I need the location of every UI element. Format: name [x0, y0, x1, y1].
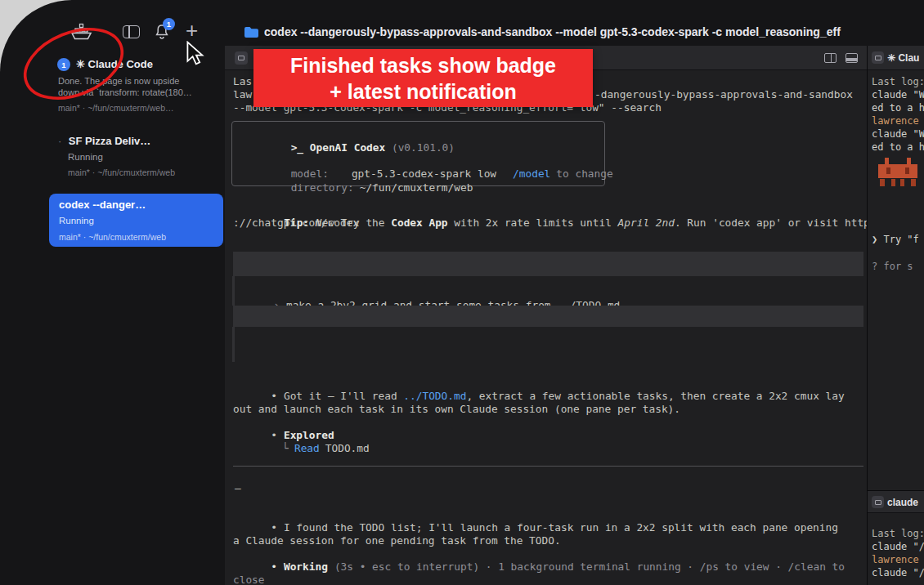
mouse-cursor [186, 41, 205, 65]
session-status-dot: · [58, 135, 61, 147]
pane-top-tab[interactable]: ✳ Clau [868, 46, 924, 70]
pane-log-line: Last log: [872, 75, 924, 88]
terminal-log-fragment: -dangerously-bypass-approvals-and-sandbo… [594, 88, 853, 101]
claude-crab-icon [875, 158, 921, 190]
bullet: • [271, 560, 277, 573]
sidebar-session-codex-selected[interactable]: codex --danger… Running main* · ~/fun/cm… [49, 194, 223, 247]
pane-log-line: ed to a h [872, 101, 924, 114]
read-action: Read [294, 442, 320, 454]
codex-prompt-glyph: >_ [291, 141, 303, 154]
window-title: codex --dangerously-bypass-approvals-and… [264, 25, 922, 38]
new-session-button[interactable]: + [186, 18, 198, 43]
annotation-banner: Finished tasks show badge + latest notif… [253, 49, 593, 107]
terminal-highlight-band [233, 252, 863, 276]
directory-value: ~/fun/cmuxterm/web [360, 181, 473, 194]
terminal-band-edge [232, 327, 235, 362]
bullet: • [271, 521, 277, 534]
pane-input-prompt: ❯ Try "f [872, 233, 919, 246]
pane-bottom-tab[interactable]: claude [868, 490, 924, 513]
pane-tab-label: ✳ Clau [887, 52, 919, 64]
bullet: • [271, 390, 277, 402]
terminal-band-edge [232, 276, 235, 306]
working-status-line: •Working(3s • esc to interrupt) · 1 back… [233, 547, 850, 585]
codex-info-box: >_ OpenAI Codex (v0.101.0) model:gpt-5.3… [231, 121, 605, 186]
annotation-banner-line1: Finished tasks show badge [290, 52, 556, 78]
session-title: codex --danger… [59, 199, 146, 211]
pane-log-line: lawrence [872, 114, 919, 127]
pane-log-line: lawrence [872, 553, 919, 566]
pane-shortcut-hint: ? for s [872, 260, 913, 273]
terminal-tab-icon [872, 51, 884, 64]
right-panel: ✳ Clau Last log: claude "W ed to a h law… [867, 46, 924, 585]
split-rows-icon[interactable] [846, 53, 858, 63]
terminal-log-fragment: law [233, 88, 252, 101]
explored-item: └ReadTODO.md [244, 429, 370, 468]
notification-badge: 1 [163, 18, 175, 30]
model-hint: to change [556, 167, 612, 180]
session-branch-path: main* · ~/fun/cmuxterm/web [68, 167, 175, 177]
pane-log-line: claude "/ [872, 540, 924, 553]
directory-label: directory: [291, 181, 354, 194]
terminal-log-fragment: Las [233, 75, 252, 88]
terminal-divider [233, 466, 863, 467]
pane-log-line: claude "/ [872, 566, 924, 579]
tip-line-wrap: ://chatgpt.com/codex [233, 217, 359, 230]
pane-log-line: ed to a h [872, 141, 924, 154]
session-branch-path: main* · ~/fun/cmuxterm/web [59, 232, 166, 242]
model-command: /model [513, 167, 550, 180]
session-title: SF Pizza Deliv… [69, 135, 150, 147]
terminal-tab-icon[interactable] [235, 51, 248, 65]
pane-log-line: claude "W [872, 88, 924, 101]
terminal-highlight-band [233, 306, 863, 327]
codex-version: (v0.101.0) [392, 141, 455, 154]
dash-line: — [235, 482, 241, 495]
terminal-tab-icon [872, 496, 884, 508]
annotation-banner-line2: + latest notification [330, 78, 517, 105]
tree-glyph: └ [282, 442, 289, 454]
codex-name: OpenAI Codex [310, 141, 385, 154]
session-status: Running [68, 152, 103, 162]
sidebar-session-sf-pizza[interactable]: · SF Pizza Deliv… Running main* · ~/fun/… [49, 129, 224, 180]
read-file: TODO.md [325, 442, 370, 454]
pane-log-line: Last log: [872, 527, 924, 540]
pane-tab-label: claude [887, 497, 918, 508]
red-circle-annotation [15, 21, 139, 109]
split-columns-icon[interactable] [824, 53, 837, 63]
pane-log-line: claude "W [872, 127, 924, 141]
working-detail: (3s • esc to interrupt) [334, 560, 479, 573]
main-terminal-pane: Las law -dangerously-bypass-approvals-an… [225, 46, 867, 585]
folder-icon [244, 26, 259, 38]
session-status: Running [59, 216, 94, 226]
working-label: Working [284, 560, 328, 573]
todo-file-link: ../TODO.md [403, 390, 466, 402]
